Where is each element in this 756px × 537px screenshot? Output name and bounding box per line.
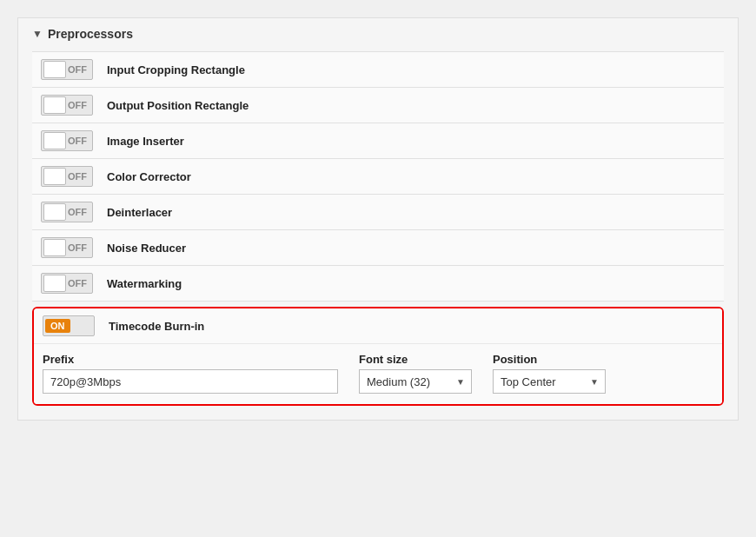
collapse-arrow-icon[interactable]: ▼ [32, 28, 43, 40]
row-output-position: OFF Output Position Rectangle [32, 87, 724, 123]
preprocessors-panel: ▼ Preprocessors OFF Input Cropping Recta… [17, 17, 739, 421]
prefix-field-group: Prefix [43, 353, 338, 394]
toggle-input-cropping[interactable]: OFF [41, 59, 93, 80]
row-input-cropping: OFF Input Cropping Rectangle [32, 51, 724, 87]
toggle-color-corrector[interactable]: OFF [41, 166, 93, 187]
toggle-output-position[interactable]: OFF [41, 95, 93, 116]
prefix-label: Prefix [43, 353, 338, 366]
row-deinterlacer: OFF Deinterlacer [32, 194, 724, 229]
position-select-wrapper: Top Left Top Center Top Right Center Lef… [493, 369, 606, 394]
prefix-input[interactable] [43, 369, 338, 394]
label-image-inserter: Image Inserter [107, 135, 184, 148]
label-color-corrector: Color Corrector [107, 170, 191, 183]
toggle-image-inserter[interactable]: OFF [41, 130, 93, 151]
position-label: Position [493, 353, 606, 366]
position-select[interactable]: Top Left Top Center Top Right Center Lef… [493, 369, 606, 394]
section-header: ▼ Preprocessors [32, 27, 724, 41]
timecode-details-row: Prefix Font size Small (16) Medium (32) … [34, 344, 722, 404]
fontsize-label: Font size [359, 353, 472, 366]
row-noise-reducer: OFF Noise Reducer [32, 229, 724, 265]
timecode-header-row: ON Timecode Burn-in [34, 308, 722, 344]
toggle-watermarking[interactable]: OFF [41, 273, 93, 294]
timecode-burnin-section: ON Timecode Burn-in Prefix Font size Sma… [32, 307, 724, 406]
row-image-inserter: OFF Image Inserter [32, 123, 724, 158]
row-color-corrector: OFF Color Corrector [32, 158, 724, 194]
label-input-cropping: Input Cropping Rectangle [107, 63, 245, 76]
label-watermarking: Watermarking [107, 277, 182, 290]
on-badge: ON [45, 319, 70, 333]
label-noise-reducer: Noise Reducer [107, 242, 186, 255]
label-timecode-burnin: Timecode Burn-in [109, 320, 204, 333]
fontsize-select[interactable]: Small (16) Medium (32) Large (48) [359, 369, 472, 394]
toggle-deinterlacer[interactable]: OFF [41, 202, 93, 222]
label-output-position: Output Position Rectangle [107, 99, 249, 112]
section-title: Preprocessors [48, 27, 133, 41]
preprocessor-rows-list: OFF Input Cropping Rectangle OFF Output … [32, 51, 724, 302]
fontsize-select-wrapper: Small (16) Medium (32) Large (48) [359, 369, 472, 394]
position-field-group: Position Top Left Top Center Top Right C… [493, 353, 606, 394]
toggle-timecode-burnin[interactable]: ON [43, 315, 95, 336]
row-watermarking: OFF Watermarking [32, 265, 724, 302]
toggle-noise-reducer[interactable]: OFF [41, 237, 93, 258]
fontsize-field-group: Font size Small (16) Medium (32) Large (… [359, 353, 472, 394]
label-deinterlacer: Deinterlacer [107, 206, 172, 219]
